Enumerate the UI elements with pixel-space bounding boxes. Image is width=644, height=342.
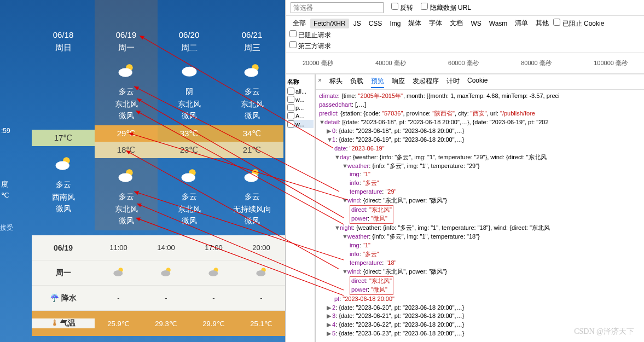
tab-payload[interactable]: 负载 <box>350 76 363 88</box>
cloud-icon <box>242 166 262 186</box>
hourly-table: 06/19 11:00 14:00 17:00 20:00 周一 ☔ 降水 - … <box>32 235 285 336</box>
tab-font[interactable]: 字体 <box>426 18 445 29</box>
filter-bar: 反转 隐藏数据 URL <box>286 0 644 16</box>
svg-point-8 <box>181 173 195 182</box>
svg-point-1 <box>55 161 69 170</box>
request-list: 名称 all... w... p... A... w... <box>286 74 316 342</box>
svg-point-10 <box>244 68 258 77</box>
tab-initiator[interactable]: 发起程序 <box>413 76 439 88</box>
day-col-1[interactable]: 06/19 周一 多云 东北风 微风 29℃ 18℃ 多云 东北风 微风 <box>95 0 158 230</box>
filter-input[interactable] <box>291 2 384 13</box>
list-item[interactable]: A... <box>287 112 314 120</box>
json-preview[interactable]: climate: {time: "2005年-2015年", month: [{… <box>316 90 644 342</box>
list-item[interactable]: all... <box>287 87 314 95</box>
rain-icon: ☔ <box>50 293 59 302</box>
forecast-days: 06/18 周日 17℃ 多云 西南风 微风 06/19 周一 多云 东北风 微… <box>32 0 285 230</box>
cloud-icon <box>207 265 221 279</box>
tab-cookie[interactable]: Cookie <box>467 76 488 88</box>
svg-point-16 <box>161 270 170 276</box>
svg-point-5 <box>118 173 132 182</box>
tab-other[interactable]: 其他 <box>532 18 552 29</box>
cloud-icon <box>179 61 199 80</box>
side-recv: 接受 <box>0 223 13 233</box>
thermometer-icon: 🌡 <box>51 318 59 327</box>
svg-point-18 <box>208 270 218 276</box>
side-time: :59 <box>1 127 10 135</box>
svg-point-3 <box>118 68 132 77</box>
timeline[interactable]: 20000 毫秒40000 毫秒60000 毫秒80000 毫秒100000 毫… <box>286 53 644 74</box>
hidedata-checkbox <box>421 3 428 10</box>
close-icon[interactable]: × <box>318 76 322 88</box>
cloud-icon <box>117 61 136 80</box>
weather-panel: :59 度℃ 接受 06/18 周日 17℃ 多云 西南风 微风 06/19 周… <box>0 0 285 342</box>
cloud-icon <box>179 166 199 186</box>
tab-img[interactable]: Img <box>386 19 404 28</box>
cloud-icon <box>255 265 268 279</box>
cloud-icon <box>117 166 136 186</box>
invert-checkbox <box>391 3 398 10</box>
cloud-icon <box>242 61 262 80</box>
tab-xhr[interactable]: Fetch/XHR <box>310 19 349 28</box>
svg-point-14 <box>113 270 123 276</box>
cloud-icon <box>54 154 73 173</box>
type-filters: 全部 Fetch/XHR JS CSS Img 媒体 字体 文档 WS Wasm… <box>286 16 644 53</box>
svg-point-6 <box>182 67 196 77</box>
day-col-3[interactable]: 06/21 周三 多云 东北风 微风 34℃ 21℃ 多云 无持续风向 微风 <box>221 0 283 230</box>
tab-ws[interactable]: WS <box>467 19 484 28</box>
tab-css[interactable]: CSS <box>365 19 386 28</box>
tab-media[interactable]: 媒体 <box>405 18 425 29</box>
day-col-0[interactable]: 06/18 周日 17℃ 多云 西南风 微风 <box>32 0 95 230</box>
tab-js[interactable]: JS <box>350 19 364 28</box>
svg-point-12 <box>244 173 258 182</box>
tab-all[interactable]: 全部 <box>289 18 309 29</box>
tab-preview[interactable]: 预览 <box>371 76 384 88</box>
tab-headers[interactable]: 标头 <box>329 76 343 88</box>
tab-doc[interactable]: 文档 <box>446 18 466 29</box>
side-deg: 度℃ <box>1 179 9 201</box>
list-item[interactable]: w... <box>287 95 314 103</box>
detail-tabs: × 标头 负载 预览 响应 发起程序 计时 Cookie <box>316 74 644 90</box>
list-item[interactable]: p... <box>287 103 314 112</box>
svg-point-20 <box>256 270 265 276</box>
watermark: CSDN @泽济天下 <box>574 327 634 337</box>
tab-manifest[interactable]: 清单 <box>512 18 531 29</box>
devtools-panel: 反转 隐藏数据 URL 全部 Fetch/XHR JS CSS Img 媒体 字… <box>285 0 644 342</box>
day-col-2[interactable]: 06/20 周二 阴 东北风 微风 33℃ 23℃ 多云 东北风 微风 <box>158 0 221 230</box>
cloud-icon <box>160 265 173 279</box>
tab-wasm[interactable]: Wasm <box>486 19 511 28</box>
tab-response[interactable]: 响应 <box>392 76 405 88</box>
tab-timing[interactable]: 计时 <box>446 76 460 88</box>
cloud-icon <box>112 265 125 279</box>
list-item[interactable]: w... <box>287 120 314 128</box>
